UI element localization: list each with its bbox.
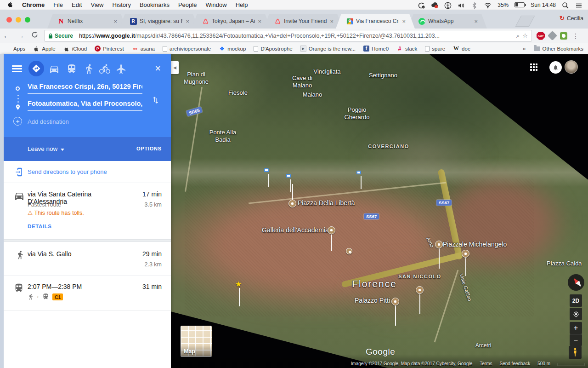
adblock-extension-icon[interactable]: ABP (537, 32, 545, 40)
menu-window[interactable]: Window (205, 1, 226, 8)
menu-bookmarks[interactable]: Bookmarks (140, 1, 170, 8)
sync-status-icon[interactable] (418, 2, 425, 8)
other-bookmarks[interactable]: Other Bookmarks (534, 46, 583, 52)
swap-waypoints-icon[interactable] (151, 95, 161, 106)
window-zoom-button[interactable] (25, 17, 30, 23)
transit-stop-marker[interactable] (356, 171, 361, 174)
zoom-in-button[interactable]: + (570, 322, 582, 334)
origin-input[interactable]: Via Francesco Crispi, 26n, 50129 Firenze (28, 83, 142, 94)
bookmark-orange[interactable]: ▶Orange is the new... (300, 46, 356, 52)
accessibility-icon[interactable] (444, 2, 452, 8)
tab-whatsapp[interactable]: WhatsApp × (408, 14, 487, 29)
bookmark-archiviopersonale[interactable]: archiviopersonale (163, 46, 211, 52)
transit-stop-marker[interactable] (264, 168, 269, 172)
send-to-phone-row[interactable]: Send directions to your phone (0, 161, 171, 183)
poi-label[interactable]: Palazzo Pitti (355, 297, 390, 305)
menu-clock[interactable]: Sun 14:48 (531, 2, 556, 8)
wifi-icon[interactable] (484, 2, 492, 8)
place-label[interactable]: Cave di Maiano (288, 75, 317, 90)
tab-close-icon[interactable]: × (113, 18, 117, 25)
apple-menu-icon[interactable] (7, 1, 13, 8)
tab-airbnb-tokyo[interactable]: Tokyo, Japan – Airbnb × (192, 14, 271, 29)
mode-transit-icon[interactable] (66, 63, 77, 75)
bookmark-mockup[interactable]: ❖mockup (219, 46, 246, 52)
tab-robin[interactable]: R Sì, viaggiare: su Robin × (119, 14, 198, 29)
account-avatar[interactable] (565, 60, 578, 74)
url-text[interactable]: https://www.google.it/maps/dir/43.786647… (79, 33, 514, 39)
map-type-toggle[interactable]: Map (181, 326, 212, 357)
saved-place-star[interactable]: ★ (235, 280, 242, 288)
menu-app-name[interactable]: Chrome (22, 1, 45, 8)
window-minimize-button[interactable] (16, 17, 21, 23)
mode-flight-icon[interactable] (116, 63, 127, 75)
menu-help[interactable]: Help (236, 1, 248, 8)
chevron-down-icon[interactable] (61, 149, 64, 151)
route-option-driving[interactable]: via Via Santa Caterina D'Alessandria 17 … (0, 183, 171, 239)
route-option-walking[interactable]: via Via S. Gallo 29 min 2.3 km (0, 242, 171, 276)
back-button[interactable]: ← (0, 31, 14, 40)
tab-airbnb-invite[interactable]: Invite Your Friends To × (264, 14, 343, 29)
reload-button[interactable] (28, 31, 41, 40)
monument-pin[interactable] (346, 248, 352, 254)
place-label[interactable]: Ponte Alla Badia (206, 129, 240, 144)
poi-label[interactable]: Piazza Della Libertà (298, 199, 355, 207)
green-extension-icon[interactable] (560, 32, 567, 40)
tab-close-icon[interactable]: × (186, 18, 189, 25)
bluetooth-icon[interactable] (471, 2, 478, 8)
bookmark-home0[interactable]: fHome0 (363, 46, 389, 52)
place-label[interactable]: Poggio Gherardo (343, 106, 371, 121)
camera-pin[interactable] (435, 241, 443, 248)
city-label[interactable]: Florence (349, 278, 400, 290)
camera-pin[interactable] (288, 200, 296, 207)
my-location-button[interactable] (570, 308, 582, 320)
map-canvas[interactable]: Pian di Mugnone Fiesole Vincigliata Cave… (171, 54, 588, 368)
district-label[interactable]: COVERCIANO (368, 144, 410, 150)
notifications-button[interactable] (549, 61, 562, 74)
tab-close-icon[interactable]: × (402, 18, 406, 25)
screen-record-icon[interactable] (431, 2, 438, 8)
tab-netflix[interactable]: N Netflix × (47, 14, 126, 29)
bookmark-doc[interactable]: Wdoc (453, 46, 470, 52)
place-label[interactable]: Pian di Mugnone (181, 71, 211, 86)
district-label[interactable]: SAN NICCOLÒ (397, 274, 443, 280)
park-pin[interactable] (462, 250, 469, 258)
tab-close-icon[interactable]: × (474, 18, 478, 25)
add-destination-label[interactable]: Add destination (28, 118, 69, 125)
bookmark-pinterest[interactable]: PPinterest (95, 46, 124, 52)
bookmark-slack[interactable]: #slack (396, 46, 417, 52)
new-tab-button[interactable] (515, 16, 535, 27)
menu-view[interactable]: View (90, 1, 103, 8)
zoom-page-icon[interactable]: ⌕ (516, 32, 520, 40)
tab-google-maps-active[interactable]: Via Francesco Crispi, × (336, 14, 415, 29)
bookmark-star-icon[interactable]: ☆ (522, 32, 528, 39)
forward-button[interactable]: → (14, 31, 28, 40)
menu-history[interactable]: History (112, 1, 130, 8)
gray-extension-icon[interactable] (548, 31, 557, 40)
museum-pin[interactable] (328, 226, 335, 234)
place-label[interactable]: Maiano (300, 91, 324, 98)
museum-pin[interactable] (391, 298, 399, 305)
spotlight-search-icon[interactable] (562, 2, 569, 8)
mode-cycling-icon[interactable] (99, 63, 110, 75)
transit-stop-marker[interactable] (286, 174, 291, 178)
main-menu-icon[interactable] (12, 65, 22, 72)
poi-label[interactable]: Galleria dell'Accademia (262, 226, 329, 235)
mode-driving-icon[interactable] (49, 63, 60, 75)
bookmark-apple[interactable]: Apple (33, 46, 55, 52)
mode-directions-selected[interactable] (28, 61, 44, 76)
secure-indicator[interactable]: Secure (48, 33, 73, 39)
place-label[interactable]: Settignano (366, 72, 401, 79)
compass-control[interactable] (568, 274, 584, 291)
leave-now-dropdown[interactable]: Leave now (28, 145, 57, 152)
terms-link[interactable]: Terms (480, 361, 492, 366)
place-label[interactable]: Piazza Calda (547, 260, 582, 267)
volume-icon[interactable] (458, 2, 465, 8)
camera-pin[interactable] (416, 286, 424, 294)
destination-input[interactable]: Fotoautomatica, Via del Proconsolo, 19R (28, 100, 142, 111)
bookmark-spare[interactable]: spare (425, 46, 445, 52)
profile-chip[interactable]: ↻ Cecilia (560, 15, 583, 22)
tab-close-icon[interactable]: × (330, 18, 334, 25)
bookmark-dapostrophe[interactable]: D'Apostrophe (254, 46, 292, 52)
options-button[interactable]: OPTIONS (136, 146, 162, 151)
place-label[interactable]: Arcetri (470, 342, 496, 349)
